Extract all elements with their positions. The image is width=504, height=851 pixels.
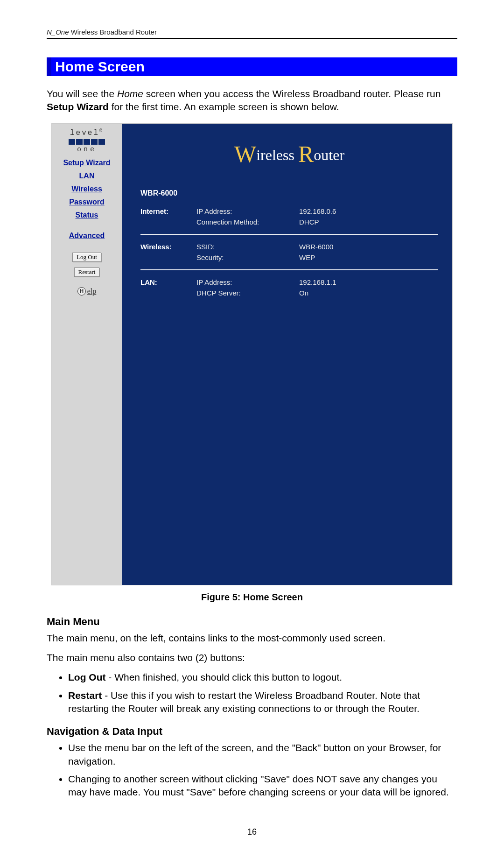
list-item: Log Out - When finished, you should clic…: [68, 671, 457, 684]
brand-logo-text: level®: [70, 127, 104, 138]
list-item: Use the menu bar on the left of the scre…: [68, 741, 457, 768]
brand-logo-icon: [69, 138, 105, 146]
page-number: 16: [0, 827, 504, 837]
section-label-internet: Internet:: [140, 207, 196, 215]
list-item: Changing to another screen without click…: [68, 773, 457, 799]
section-title: Home Screen: [47, 57, 457, 76]
main-menu-heading: Main Menu: [47, 616, 457, 628]
table-row: LAN: IP Address: 192.168.1.1: [140, 277, 438, 288]
sidebar: level® one Setup Wizard LAN Wireless Pas…: [52, 124, 122, 585]
help-label: elp: [87, 287, 97, 295]
header-product-italic: N_One: [47, 28, 69, 36]
logout-button[interactable]: Log Out: [72, 253, 101, 262]
nav-status[interactable]: Status: [76, 211, 98, 219]
table-row: DHCP Server: On: [140, 288, 438, 298]
page-header: N_One Wireless Broadband Router: [47, 28, 457, 39]
intro-paragraph: You will see the Home screen when you ac…: [47, 87, 457, 114]
router-title: Wireless Router: [140, 141, 438, 168]
nav-wireless[interactable]: Wireless: [71, 185, 102, 193]
list-item: Restart - Use this if you wish to restar…: [68, 689, 457, 716]
nav-input-bullets: Use the menu bar on the left of the scre…: [47, 741, 457, 799]
separator: [140, 269, 438, 270]
nav-password[interactable]: Password: [69, 198, 105, 206]
table-row: Internet: IP Address: 192.168.0.6: [140, 206, 438, 217]
restart-button[interactable]: Restart: [74, 267, 100, 277]
nav-advanced[interactable]: Advanced: [69, 232, 105, 240]
main-panel: Wireless Router WBR-6000 Internet: IP Ad…: [122, 124, 452, 585]
figure-caption: Figure 5: Home Screen: [47, 592, 457, 603]
section-label-lan: LAN:: [140, 278, 196, 286]
section-label-wireless: Wireless:: [140, 243, 196, 251]
header-product-rest: Wireless Broadband Router: [69, 28, 157, 36]
table-row: Connection Method: DHCP: [140, 217, 438, 227]
main-menu-p1: The main menu, on the left, contains lin…: [47, 632, 457, 645]
nav-input-heading: Navigation & Data Input: [47, 725, 457, 738]
model-number: WBR-6000: [140, 189, 438, 197]
separator: [140, 234, 438, 235]
table-row: Wireless: SSID: WBR-6000: [140, 241, 438, 252]
table-row: Security: WEP: [140, 252, 438, 263]
info-table: Internet: IP Address: 192.168.0.6 Connec…: [140, 206, 438, 298]
brand-logo-sub: one: [77, 146, 97, 154]
help-link[interactable]: H elp: [77, 287, 97, 295]
help-icon: H: [77, 287, 86, 295]
nav-setup-wizard[interactable]: Setup Wizard: [63, 159, 110, 167]
main-menu-bullets: Log Out - When finished, you should clic…: [47, 671, 457, 715]
router-home-screenshot: level® one Setup Wizard LAN Wireless Pas…: [51, 123, 453, 585]
main-menu-p2: The main menu also contains two (2) butt…: [47, 651, 457, 664]
nav-lan[interactable]: LAN: [79, 172, 95, 180]
